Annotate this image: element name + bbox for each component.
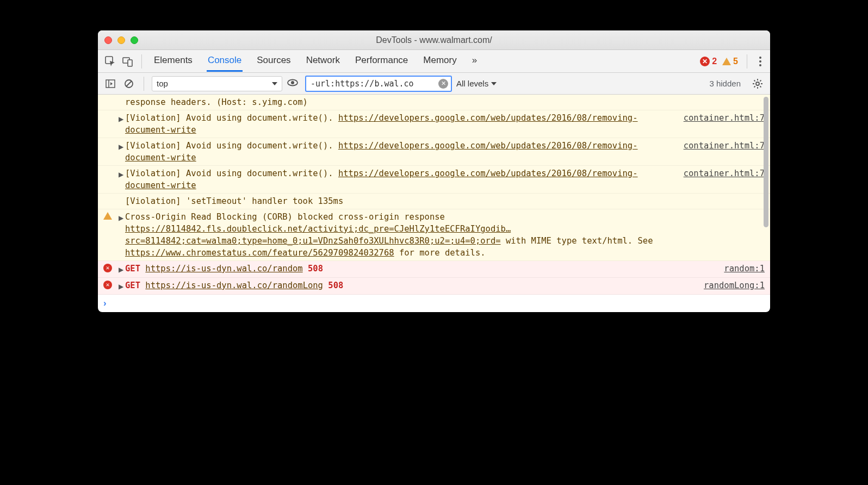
error-icon: ✕ (700, 57, 710, 66)
http-method: GET (125, 281, 140, 290)
expand-icon[interactable]: ▶ (119, 211, 125, 224)
console-row[interactable]: [Violation] 'setTimeout' handler took 13… (98, 194, 770, 209)
console-row[interactable]: ✕ ▶ GET https://is-us-dyn.wal.co/random … (98, 261, 770, 278)
svg-line-14 (754, 80, 755, 81)
warning-icon (103, 212, 112, 220)
row-text: with MIME type text/html. See (501, 236, 653, 246)
row-text: [Violation] Avoid using document.write()… (125, 141, 338, 151)
tab-memory[interactable]: Memory (422, 51, 457, 72)
divider (144, 77, 144, 91)
link[interactable]: https://8114842.fls.doubleclick.net/acti… (125, 224, 511, 246)
svg-point-8 (291, 81, 294, 84)
traffic-lights (104, 36, 138, 44)
expand-icon[interactable]: ▶ (119, 263, 125, 276)
warning-badge[interactable]: 5 (722, 57, 738, 66)
console-row[interactable]: response headers. (Host: s.yimg.com) (98, 95, 770, 110)
svg-line-15 (760, 86, 761, 87)
error-count: 2 (712, 57, 717, 66)
close-button[interactable] (104, 36, 112, 44)
divider (747, 54, 747, 69)
row-text: [Violation] Avoid using document.write()… (125, 169, 338, 178)
device-toggle-icon[interactable] (121, 54, 135, 69)
source-link[interactable]: randomLong:1 (704, 279, 765, 291)
chevron-down-icon (272, 82, 277, 85)
inspect-element-icon[interactable] (103, 54, 117, 69)
header-right: ✕ 2 5 (700, 54, 765, 69)
filter-text[interactable] (311, 79, 436, 89)
levels-label: All levels (456, 79, 488, 88)
error-icon: ✕ (103, 264, 112, 272)
context-selector[interactable]: top (152, 76, 282, 91)
row-text: [Violation] 'setTimeout' handler took 13… (125, 195, 765, 207)
devtools-tabs-header: Elements Console Sources Network Perform… (98, 50, 770, 73)
prompt-icon: › (103, 298, 107, 308)
source-link[interactable]: container.html:7 (684, 112, 765, 124)
minimize-button[interactable] (117, 36, 125, 44)
link[interactable]: https://is-us-dyn.wal.co/random (145, 264, 302, 273)
status-code: 508 (328, 281, 343, 290)
chevron-down-icon (491, 82, 497, 85)
row-text: response headers. (Host: s.yimg.com) (125, 96, 765, 108)
http-method: GET (125, 264, 140, 273)
live-expression-icon[interactable] (287, 77, 301, 91)
context-label: top (157, 79, 269, 88)
divider (141, 54, 142, 69)
tabs: Elements Console Sources Network Perform… (153, 51, 478, 72)
svg-rect-2 (128, 60, 132, 66)
source-link[interactable]: container.html:7 (684, 140, 765, 152)
link[interactable]: https://www.chromestatus.com/feature/562… (125, 248, 394, 258)
console-row[interactable]: ▶ Cross-Origin Read Blocking (CORB) bloc… (98, 209, 770, 261)
zoom-button[interactable] (131, 36, 138, 44)
console-row[interactable]: ✕ ▶ GET https://is-us-dyn.wal.co/randomL… (98, 278, 770, 295)
expand-icon[interactable]: ▶ (119, 167, 125, 181)
warning-icon (722, 58, 731, 65)
tab-console[interactable]: Console (207, 51, 243, 72)
kebab-menu-icon[interactable] (756, 57, 765, 66)
svg-line-6 (126, 81, 132, 86)
console-row[interactable]: ▶ [Violation] Avoid using document.write… (98, 110, 770, 138)
tab-sources[interactable]: Sources (256, 51, 292, 72)
scrollbar[interactable] (764, 97, 768, 227)
tab-performance[interactable]: Performance (354, 51, 409, 72)
log-levels-selector[interactable]: All levels (456, 79, 497, 88)
sidebar-toggle-icon[interactable] (103, 77, 117, 91)
devtools-window: DevTools - www.walmart.com/ Elements Con… (98, 30, 770, 312)
console-body: response headers. (Host: s.yimg.com) ▶ [… (98, 95, 770, 312)
clear-filter-icon[interactable]: ✕ (438, 79, 448, 89)
row-text: Cross-Origin Read Blocking (CORB) blocke… (125, 212, 445, 222)
console-row[interactable]: ▶ [Violation] Avoid using document.write… (98, 138, 770, 166)
svg-line-17 (760, 80, 761, 81)
source-link[interactable]: random:1 (724, 263, 765, 275)
tabs-overflow[interactable]: » (471, 51, 478, 72)
row-text: for more details. (394, 248, 486, 258)
window-title: DevTools - www.walmart.com/ (376, 35, 492, 45)
clear-console-icon[interactable] (122, 77, 136, 91)
console-row[interactable]: ▶ [Violation] Avoid using document.write… (98, 166, 770, 194)
titlebar: DevTools - www.walmart.com/ (98, 30, 770, 50)
svg-point-9 (756, 82, 759, 85)
console-toolbar: top ✕ All levels 3 hidden (98, 73, 770, 95)
expand-icon[interactable]: ▶ (119, 140, 125, 153)
status-code: 508 (308, 264, 323, 273)
error-icon: ✕ (103, 281, 112, 289)
expand-icon[interactable]: ▶ (119, 279, 125, 293)
tab-elements[interactable]: Elements (153, 51, 194, 72)
tab-network[interactable]: Network (305, 51, 341, 72)
link[interactable]: https://is-us-dyn.wal.co/randomLong (145, 281, 323, 290)
row-text: [Violation] Avoid using document.write()… (125, 113, 338, 123)
expand-icon[interactable]: ▶ (119, 112, 125, 125)
source-link[interactable]: container.html:7 (684, 167, 765, 179)
svg-line-16 (754, 86, 755, 87)
error-badge[interactable]: ✕ 2 (700, 57, 717, 66)
warning-count: 5 (733, 57, 738, 66)
console-prompt-row[interactable]: › (98, 295, 770, 312)
filter-input[interactable]: ✕ (305, 76, 452, 92)
hidden-count: 3 hidden (709, 79, 741, 88)
gear-icon[interactable] (751, 77, 765, 91)
